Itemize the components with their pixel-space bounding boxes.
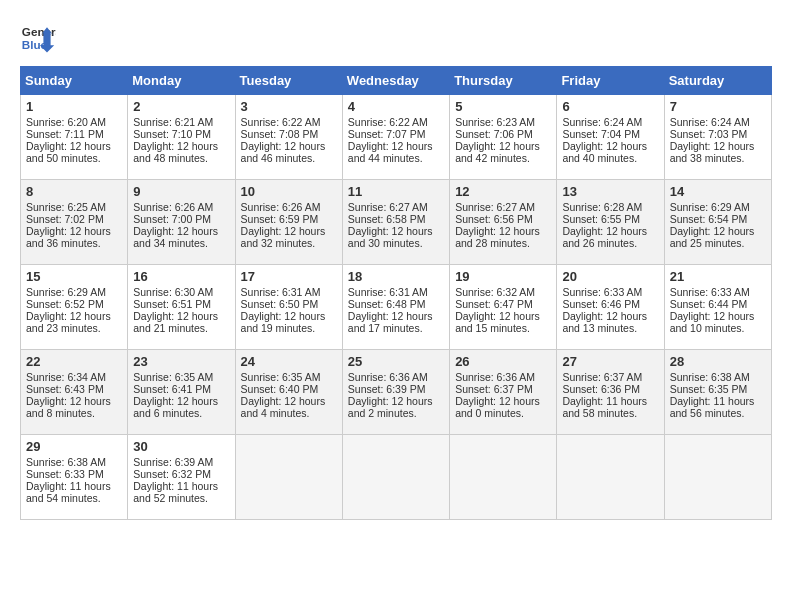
sunset-text: Sunset: 7:06 PM (455, 128, 533, 140)
sunset-text: Sunset: 6:44 PM (670, 298, 748, 310)
day-number: 15 (26, 269, 122, 284)
day-number: 1 (26, 99, 122, 114)
daylight-label: Daylight: 12 hours and 34 minutes. (133, 225, 218, 249)
day-number: 2 (133, 99, 229, 114)
calendar-cell: 20Sunrise: 6:33 AMSunset: 6:46 PMDayligh… (557, 265, 664, 350)
day-number: 7 (670, 99, 766, 114)
calendar-cell: 4Sunrise: 6:22 AMSunset: 7:07 PMDaylight… (342, 95, 449, 180)
header-wednesday: Wednesday (342, 67, 449, 95)
week-row-4: 22Sunrise: 6:34 AMSunset: 6:43 PMDayligh… (21, 350, 772, 435)
calendar-cell (342, 435, 449, 520)
sunrise-text: Sunrise: 6:31 AM (241, 286, 321, 298)
day-number: 10 (241, 184, 337, 199)
sunset-text: Sunset: 6:39 PM (348, 383, 426, 395)
sunset-text: Sunset: 7:02 PM (26, 213, 104, 225)
calendar-cell: 12Sunrise: 6:27 AMSunset: 6:56 PMDayligh… (450, 180, 557, 265)
page-header: General Blue (20, 20, 772, 56)
sunrise-text: Sunrise: 6:24 AM (670, 116, 750, 128)
daylight-label: Daylight: 12 hours and 28 minutes. (455, 225, 540, 249)
sunrise-text: Sunrise: 6:20 AM (26, 116, 106, 128)
sunrise-text: Sunrise: 6:27 AM (348, 201, 428, 213)
sunset-text: Sunset: 6:37 PM (455, 383, 533, 395)
day-number: 25 (348, 354, 444, 369)
sunset-text: Sunset: 6:51 PM (133, 298, 211, 310)
calendar-cell: 18Sunrise: 6:31 AMSunset: 6:48 PMDayligh… (342, 265, 449, 350)
daylight-label: Daylight: 12 hours and 19 minutes. (241, 310, 326, 334)
sunrise-text: Sunrise: 6:25 AM (26, 201, 106, 213)
calendar-cell: 19Sunrise: 6:32 AMSunset: 6:47 PMDayligh… (450, 265, 557, 350)
calendar-cell: 28Sunrise: 6:38 AMSunset: 6:35 PMDayligh… (664, 350, 771, 435)
daylight-label: Daylight: 12 hours and 40 minutes. (562, 140, 647, 164)
day-number: 8 (26, 184, 122, 199)
sunrise-text: Sunrise: 6:33 AM (670, 286, 750, 298)
sunset-text: Sunset: 6:33 PM (26, 468, 104, 480)
sunset-text: Sunset: 6:59 PM (241, 213, 319, 225)
sunset-text: Sunset: 7:00 PM (133, 213, 211, 225)
calendar-cell (664, 435, 771, 520)
sunset-text: Sunset: 6:58 PM (348, 213, 426, 225)
sunrise-text: Sunrise: 6:28 AM (562, 201, 642, 213)
sunset-text: Sunset: 6:41 PM (133, 383, 211, 395)
daylight-label: Daylight: 12 hours and 46 minutes. (241, 140, 326, 164)
week-row-1: 1Sunrise: 6:20 AMSunset: 7:11 PMDaylight… (21, 95, 772, 180)
header-saturday: Saturday (664, 67, 771, 95)
sunrise-text: Sunrise: 6:34 AM (26, 371, 106, 383)
sunrise-text: Sunrise: 6:26 AM (133, 201, 213, 213)
daylight-label: Daylight: 12 hours and 0 minutes. (455, 395, 540, 419)
sunrise-text: Sunrise: 6:22 AM (241, 116, 321, 128)
calendar-cell: 27Sunrise: 6:37 AMSunset: 6:36 PMDayligh… (557, 350, 664, 435)
daylight-label: Daylight: 12 hours and 6 minutes. (133, 395, 218, 419)
daylight-label: Daylight: 12 hours and 15 minutes. (455, 310, 540, 334)
sunset-text: Sunset: 6:35 PM (670, 383, 748, 395)
calendar-cell: 7Sunrise: 6:24 AMSunset: 7:03 PMDaylight… (664, 95, 771, 180)
calendar-cell (557, 435, 664, 520)
calendar-cell: 15Sunrise: 6:29 AMSunset: 6:52 PMDayligh… (21, 265, 128, 350)
header-row: SundayMondayTuesdayWednesdayThursdayFrid… (21, 67, 772, 95)
day-number: 26 (455, 354, 551, 369)
daylight-label: Daylight: 12 hours and 50 minutes. (26, 140, 111, 164)
sunrise-text: Sunrise: 6:38 AM (670, 371, 750, 383)
calendar-cell: 1Sunrise: 6:20 AMSunset: 7:11 PMDaylight… (21, 95, 128, 180)
day-number: 21 (670, 269, 766, 284)
header-sunday: Sunday (21, 67, 128, 95)
day-number: 19 (455, 269, 551, 284)
calendar-cell: 11Sunrise: 6:27 AMSunset: 6:58 PMDayligh… (342, 180, 449, 265)
calendar-cell: 9Sunrise: 6:26 AMSunset: 7:00 PMDaylight… (128, 180, 235, 265)
daylight-label: Daylight: 12 hours and 36 minutes. (26, 225, 111, 249)
calendar-cell: 5Sunrise: 6:23 AMSunset: 7:06 PMDaylight… (450, 95, 557, 180)
daylight-label: Daylight: 11 hours and 58 minutes. (562, 395, 647, 419)
sunset-text: Sunset: 6:48 PM (348, 298, 426, 310)
sunset-text: Sunset: 6:56 PM (455, 213, 533, 225)
calendar-cell (450, 435, 557, 520)
day-number: 29 (26, 439, 122, 454)
day-number: 3 (241, 99, 337, 114)
header-thursday: Thursday (450, 67, 557, 95)
day-number: 23 (133, 354, 229, 369)
daylight-label: Daylight: 12 hours and 13 minutes. (562, 310, 647, 334)
calendar-cell: 2Sunrise: 6:21 AMSunset: 7:10 PMDaylight… (128, 95, 235, 180)
daylight-label: Daylight: 12 hours and 44 minutes. (348, 140, 433, 164)
day-number: 24 (241, 354, 337, 369)
daylight-label: Daylight: 12 hours and 25 minutes. (670, 225, 755, 249)
day-number: 9 (133, 184, 229, 199)
day-number: 11 (348, 184, 444, 199)
sunset-text: Sunset: 6:36 PM (562, 383, 640, 395)
calendar-cell: 6Sunrise: 6:24 AMSunset: 7:04 PMDaylight… (557, 95, 664, 180)
calendar-cell: 21Sunrise: 6:33 AMSunset: 6:44 PMDayligh… (664, 265, 771, 350)
calendar-cell (235, 435, 342, 520)
day-number: 14 (670, 184, 766, 199)
daylight-label: Daylight: 12 hours and 38 minutes. (670, 140, 755, 164)
sunset-text: Sunset: 6:43 PM (26, 383, 104, 395)
calendar-table: SundayMondayTuesdayWednesdayThursdayFrid… (20, 66, 772, 520)
sunrise-text: Sunrise: 6:33 AM (562, 286, 642, 298)
sunset-text: Sunset: 7:08 PM (241, 128, 319, 140)
sunset-text: Sunset: 7:10 PM (133, 128, 211, 140)
daylight-label: Daylight: 12 hours and 42 minutes. (455, 140, 540, 164)
header-tuesday: Tuesday (235, 67, 342, 95)
sunset-text: Sunset: 6:55 PM (562, 213, 640, 225)
header-monday: Monday (128, 67, 235, 95)
day-number: 17 (241, 269, 337, 284)
daylight-label: Daylight: 12 hours and 30 minutes. (348, 225, 433, 249)
sunset-text: Sunset: 6:46 PM (562, 298, 640, 310)
sunset-text: Sunset: 7:11 PM (26, 128, 104, 140)
